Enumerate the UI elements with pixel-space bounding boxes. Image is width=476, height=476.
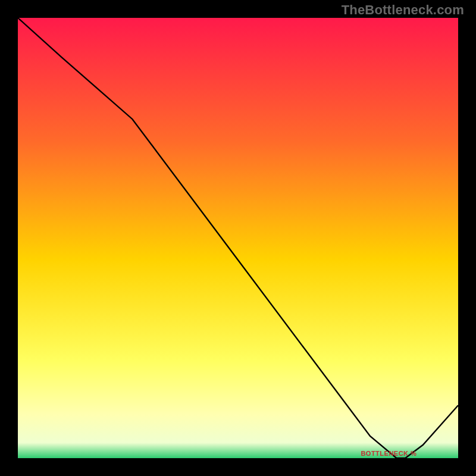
band-label: BOTTLENECK % — [361, 450, 416, 457]
bottleneck-chart — [18, 18, 458, 458]
gradient-bg — [18, 18, 458, 458]
chart-container: TheBottleneck.com BOTTLENECK % — [0, 0, 476, 476]
watermark-text: TheBottleneck.com — [342, 2, 464, 18]
